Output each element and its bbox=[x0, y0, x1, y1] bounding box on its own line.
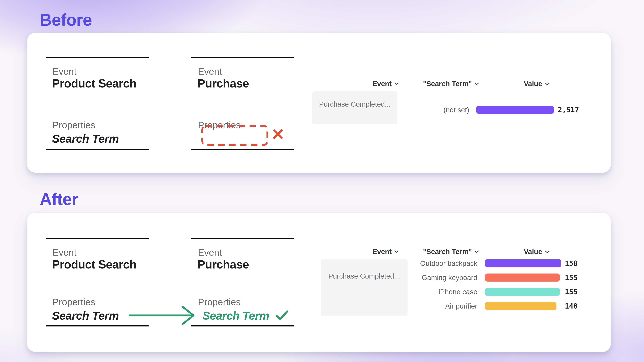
column-header-label: Event bbox=[372, 247, 392, 256]
after-card: Event Product Search Properties Search T… bbox=[27, 213, 611, 352]
bar-value: 155 bbox=[565, 288, 578, 296]
divider-line bbox=[191, 325, 294, 327]
divider-line bbox=[46, 238, 149, 239]
missing-property-dashed-box bbox=[201, 125, 268, 146]
column-header-label: "Search Term" bbox=[423, 79, 472, 88]
event-label: Event bbox=[198, 247, 222, 258]
row-label: Outdoor backpack bbox=[406, 259, 477, 268]
event-label: Event bbox=[52, 66, 76, 77]
column-header-label: "Search Term" bbox=[423, 247, 472, 256]
chevron-down-icon bbox=[394, 82, 399, 85]
event-name: Purchase bbox=[198, 258, 249, 271]
divider-line bbox=[191, 149, 294, 150]
event-name: Product Search bbox=[52, 77, 136, 90]
chevron-down-icon bbox=[394, 250, 399, 253]
chevron-down-icon bbox=[544, 250, 550, 253]
chevron-down-icon bbox=[474, 250, 479, 253]
event-name: Purchase bbox=[198, 77, 249, 90]
property-name: Search Term bbox=[52, 309, 119, 322]
properties-label: Properties bbox=[198, 296, 241, 308]
column-header-value[interactable]: Value bbox=[524, 79, 550, 88]
bar-value: 158 bbox=[565, 259, 578, 268]
column-header-label: Value bbox=[524, 247, 542, 256]
bar-value: 148 bbox=[565, 302, 578, 310]
x-mark-icon bbox=[272, 128, 284, 140]
event-cell-text: Purchase Completed... bbox=[312, 100, 398, 108]
row-label: (not set) bbox=[422, 106, 469, 114]
value-bar bbox=[485, 302, 556, 310]
value-bar bbox=[485, 288, 560, 296]
column-header-label: Value bbox=[524, 79, 542, 88]
page: Before Event Product Search Properties S… bbox=[0, 0, 644, 362]
column-header-event[interactable]: Event bbox=[372, 247, 399, 256]
row-label: Air purifier bbox=[406, 302, 477, 310]
property-name: Search Term bbox=[202, 309, 269, 322]
divider-line bbox=[191, 238, 294, 239]
event-cell: Purchase Completed... bbox=[312, 91, 398, 124]
value-bar bbox=[485, 259, 561, 267]
chevron-down-icon bbox=[544, 82, 550, 85]
column-header-event[interactable]: Event bbox=[372, 79, 399, 88]
event-cell: Purchase Completed... bbox=[321, 259, 408, 316]
divider-line bbox=[191, 57, 294, 58]
mapping-arrow-icon bbox=[128, 305, 197, 326]
chevron-down-icon bbox=[474, 82, 479, 85]
divider-line bbox=[46, 149, 149, 150]
bar-value: 2,517 bbox=[558, 106, 579, 114]
checkmark-icon bbox=[276, 310, 288, 321]
value-bar bbox=[485, 274, 560, 282]
column-header-value[interactable]: Value bbox=[524, 247, 550, 256]
properties-label: Properties bbox=[52, 296, 95, 308]
divider-line bbox=[46, 57, 149, 58]
row-label: Gaming keyboard bbox=[406, 274, 477, 282]
property-name: Search Term bbox=[52, 132, 119, 145]
column-header-search-term[interactable]: "Search Term" bbox=[423, 247, 479, 256]
value-bar bbox=[476, 106, 554, 114]
event-label: Event bbox=[52, 247, 76, 258]
event-cell-text: Purchase Completed... bbox=[321, 272, 408, 280]
column-header-label: Event bbox=[372, 79, 392, 88]
column-header-search-term[interactable]: "Search Term" bbox=[423, 79, 479, 88]
row-label: iPhone case bbox=[406, 288, 477, 296]
properties-label: Properties bbox=[52, 119, 95, 131]
before-card: Event Product Search Properties Search T… bbox=[27, 33, 611, 173]
event-label: Event bbox=[198, 66, 222, 77]
before-section-title: Before bbox=[40, 11, 92, 29]
event-name: Product Search bbox=[52, 258, 136, 271]
bar-value: 155 bbox=[565, 274, 578, 282]
after-section-title: After bbox=[40, 190, 78, 208]
